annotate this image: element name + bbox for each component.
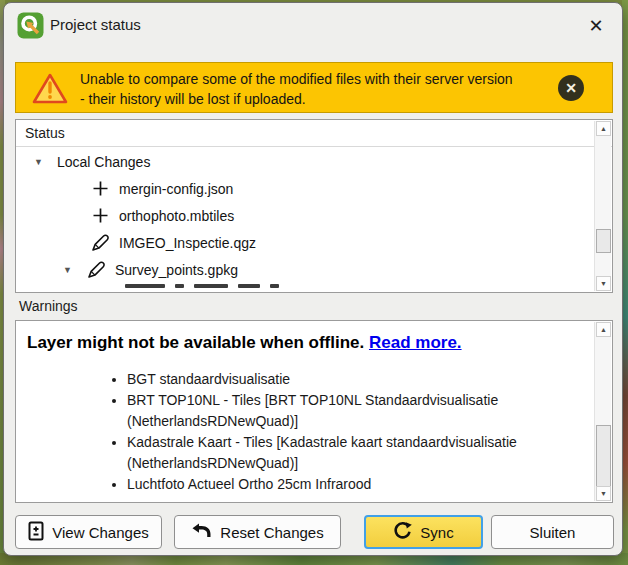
tree-item-mergin-config[interactable]: mergin-config.json xyxy=(16,175,594,202)
tree-item-orthophoto[interactable]: orthophoto.mbtiles xyxy=(16,202,594,229)
pencil-modified-icon xyxy=(86,260,106,279)
warning-list-item: Luchtfoto Actueel Ortho 25cm Infrarood xyxy=(127,474,594,495)
warnings-label: Warnings xyxy=(19,298,78,314)
sluiten-button[interactable]: Sluiten xyxy=(491,515,614,549)
status-tree-panel: Status ▼ Local Changes mergin-config.jso… xyxy=(15,119,613,293)
warnings-panel: Layer might not be available when offlin… xyxy=(15,320,613,503)
status-scrollbar[interactable]: ▲ ▼ xyxy=(594,121,611,291)
scroll-down-icon[interactable]: ▼ xyxy=(596,276,611,291)
tree-item-label: orthophoto.mbtiles xyxy=(119,208,234,224)
plus-added-icon xyxy=(90,180,110,197)
status-tree-header: Status xyxy=(16,120,612,147)
tree-item-label: Survey_points.gpkg xyxy=(115,262,238,278)
scroll-up-icon[interactable]: ▲ xyxy=(596,121,611,136)
button-label: Sync xyxy=(420,524,453,541)
tree-item-survey-points[interactable]: ▼ Survey_points.gpkg xyxy=(16,256,594,283)
qgis-logo-icon xyxy=(17,12,44,39)
warnings-heading: Layer might not be available when offlin… xyxy=(27,333,594,353)
button-label: Reset Changes xyxy=(220,524,323,541)
warning-list-item: Kadastrale Kaart - Tiles [Kadastrale kaa… xyxy=(127,432,594,474)
banner-dismiss-icon[interactable]: ✕ xyxy=(558,75,584,101)
scroll-down-icon[interactable]: ▼ xyxy=(596,486,611,501)
tree-item-label: IMGEO_Inspectie.qgz xyxy=(119,235,256,251)
window-close-icon[interactable]: ✕ xyxy=(580,11,612,41)
warnings-list: BGT standaardvisualisatie BRT TOP10NL - … xyxy=(27,369,594,495)
scrollbar-thumb[interactable] xyxy=(596,229,611,253)
warning-triangle-icon xyxy=(32,72,68,109)
scroll-up-icon[interactable]: ▲ xyxy=(596,322,611,337)
warning-list-item: BGT standaardvisualisatie xyxy=(127,369,594,390)
clipped-tree-row xyxy=(16,283,594,289)
tree-item-imgeo-inspectie[interactable]: IMGEO_Inspectie.qgz xyxy=(16,229,594,256)
read-more-link[interactable]: Read more. xyxy=(369,333,462,352)
project-status-dialog: Project status ✕ Unable to compare some … xyxy=(3,2,623,556)
titlebar[interactable]: Project status ✕ xyxy=(4,3,622,49)
undo-arrow-icon xyxy=(191,523,212,541)
pencil-modified-icon xyxy=(90,233,110,252)
document-diff-icon xyxy=(28,521,44,544)
warning-banner: Unable to compare some of the modified f… xyxy=(15,62,613,113)
tree-item-label: mergin-config.json xyxy=(119,181,233,197)
button-label: Sluiten xyxy=(530,524,576,541)
warnings-scrollbar[interactable]: ▲ ▼ xyxy=(594,322,611,501)
tree-item-local-changes[interactable]: ▼ Local Changes xyxy=(16,148,594,175)
reset-changes-button[interactable]: Reset Changes xyxy=(174,515,341,549)
warning-list-item: BRT TOP10NL - Tiles [BRT TOP10NL Standaa… xyxy=(127,390,594,432)
scrollbar-thumb[interactable] xyxy=(596,425,611,488)
chevron-down-icon[interactable]: ▼ xyxy=(62,265,73,275)
chevron-down-icon[interactable]: ▼ xyxy=(33,157,44,167)
plus-added-icon xyxy=(90,207,110,224)
dialog-title: Project status xyxy=(50,16,141,33)
view-changes-button[interactable]: View Changes xyxy=(15,515,162,549)
sync-button[interactable]: Sync xyxy=(364,515,483,549)
banner-message: Unable to compare some of the modified f… xyxy=(80,69,520,109)
button-label: View Changes xyxy=(52,524,148,541)
tree-item-label: Local Changes xyxy=(57,154,150,170)
sync-icon xyxy=(393,521,412,543)
